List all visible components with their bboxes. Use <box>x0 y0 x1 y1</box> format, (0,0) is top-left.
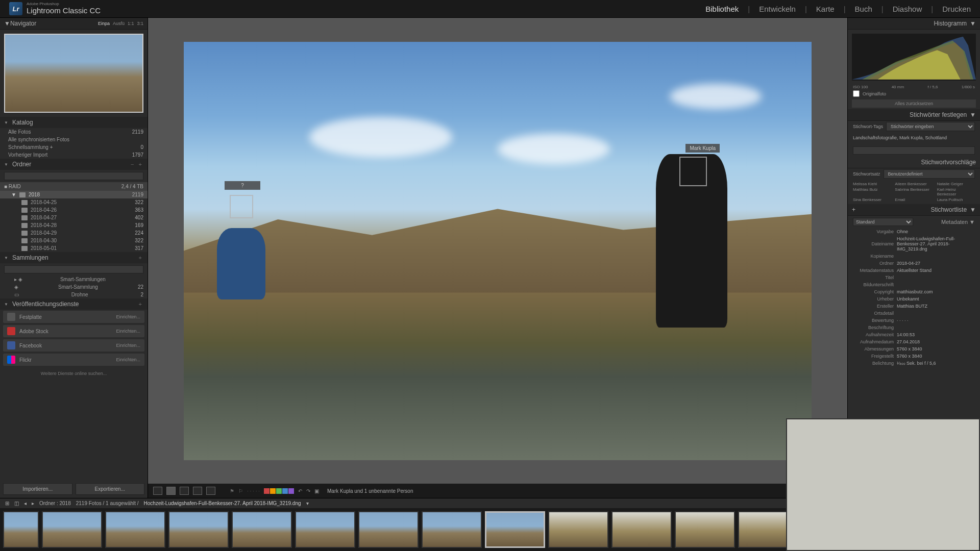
filmstrip-thumb[interactable] <box>422 511 482 548</box>
metadata-row[interactable]: Copyrightmatthiasbutz.com <box>848 288 980 295</box>
folder-year[interactable]: ▼20182119 <box>0 191 148 198</box>
filmstrip-thumb[interactable] <box>675 511 735 548</box>
import-button[interactable]: Importieren... <box>3 483 72 495</box>
color-blue[interactable] <box>282 488 288 494</box>
zoom-3-1[interactable]: 3:1 <box>137 21 143 26</box>
filmstrip-thumb[interactable] <box>3 511 39 548</box>
face-label-named[interactable]: Mark Kupla <box>685 144 720 153</box>
filmstrip-thumb[interactable] <box>105 511 165 548</box>
folder-volume[interactable]: ■ RAID2,4 / 4 TB <box>0 182 148 191</box>
navigator-thumbnail[interactable] <box>4 34 143 113</box>
rating-stars[interactable]: · · · · · <box>247 488 260 494</box>
publish-adobestock[interactable]: Adobe StockEinrichten... <box>3 325 144 337</box>
zoom-1-1[interactable]: 1:1 <box>128 21 134 26</box>
catalog-synced[interactable]: Alle synchronisierten Fotos <box>0 136 148 143</box>
metadata-row[interactable]: DateinameHochzeit-Ludwigshafen-Full-Benk… <box>848 235 980 253</box>
filmstrip-thumb[interactable] <box>611 511 672 548</box>
color-red[interactable] <box>264 488 270 494</box>
keyword-set-select[interactable]: Benutzerdefiniert <box>884 169 975 179</box>
face-label-unnamed[interactable]: ? <box>225 181 260 190</box>
nav-book[interactable]: Buch <box>855 5 872 13</box>
collection-search[interactable] <box>4 265 143 273</box>
rotate-left-icon[interactable]: ↶ <box>298 488 302 494</box>
metadata-row[interactable]: Bewertung· · · · · <box>848 317 980 324</box>
publish-more[interactable]: Weitere Dienste online suchen... <box>0 367 148 380</box>
filmstrip-thumb[interactable] <box>232 511 292 548</box>
filmstrip-thumb-selected[interactable] <box>485 511 545 548</box>
catalog-header[interactable]: ▼Katalog <box>0 117 148 128</box>
color-green[interactable] <box>276 488 282 494</box>
metadata-row[interactable]: ErstellerMatthias BUTZ <box>848 303 980 310</box>
metadata-row[interactable]: MetadatenstatusAktuellster Stand <box>848 267 980 274</box>
metadata-row[interactable]: Beschriftung <box>848 324 980 331</box>
suggestion[interactable]: Aileen Benkesser <box>895 182 933 186</box>
filmstrip-thumb[interactable] <box>295 511 355 548</box>
folder-item[interactable]: 2018-04-29224 <box>0 229 148 237</box>
collection-item[interactable]: ▭ Drohne2 <box>0 291 148 298</box>
metadata-row[interactable]: Ortsdetail <box>848 310 980 317</box>
loupe-view-icon[interactable] <box>166 487 176 495</box>
histogram-title[interactable]: Histogramm <box>934 20 967 27</box>
publish-header[interactable]: ▼Veröffentlichungsdienste + <box>0 298 148 310</box>
keywordlist-title[interactable]: Stichwortliste <box>930 206 967 213</box>
suggestion[interactable]: Email <box>895 197 933 202</box>
survey-view-icon[interactable] <box>193 487 202 495</box>
catalog-prev-import[interactable]: Vorheriger Import1797 <box>0 151 148 159</box>
image-viewer[interactable]: ? Mark Kupla <box>148 18 847 484</box>
flag-pick-icon[interactable]: ⚑ <box>230 488 234 494</box>
suggestion[interactable]: Matthias Butz <box>853 187 891 196</box>
nav-map[interactable]: Karte <box>816 5 835 13</box>
collection-item[interactable]: ◈ Smart-Sammlung22 <box>0 283 148 291</box>
keyword-mode-select[interactable]: Stichwörter eingeben <box>886 122 975 131</box>
keywords-title[interactable]: Stichwörter festlegen <box>910 111 967 118</box>
filmstrip-thumb[interactable] <box>548 511 608 548</box>
meta-standard[interactable]: Standard <box>853 218 913 226</box>
metadata-row[interactable]: Bildunterschrift <box>848 281 980 288</box>
metadata-title[interactable]: Metadaten <box>941 219 968 225</box>
export-button[interactable]: Exportieren... <box>76 483 145 495</box>
suggestion[interactable]: Sina Benkesser <box>853 197 891 202</box>
publish-facebook[interactable]: FacebookEinrichten... <box>3 339 144 352</box>
suggestion[interactable]: Melissa Kiehl <box>853 182 891 186</box>
nav-print[interactable]: Drucken <box>942 5 971 13</box>
keyword-input[interactable] <box>853 146 975 155</box>
color-purple[interactable] <box>288 488 294 494</box>
metadata-row[interactable]: VorgabeOhne <box>848 228 980 235</box>
metadata-row[interactable]: Ordner2018-04-27 <box>848 260 980 267</box>
view-grid-icon[interactable]: ⊞ <box>5 500 9 506</box>
collections-header[interactable]: ▼Sammlungen + <box>0 252 148 263</box>
navigator-title[interactable]: Navigator <box>10 20 36 27</box>
folder-item[interactable]: 2018-04-27402 <box>0 214 148 221</box>
metadata-row[interactable]: Abmessungen5760 x 3840 <box>848 345 980 353</box>
reset-all-button[interactable]: Alles zurücksetzen <box>852 99 976 108</box>
face-region-named[interactable] <box>679 157 707 186</box>
flag-reject-icon[interactable]: ⚐ <box>238 488 243 494</box>
folder-item[interactable]: 2018-04-25322 <box>0 198 148 206</box>
folder-item[interactable]: 2018-04-30322 <box>0 237 148 244</box>
rotate-right-icon[interactable]: ↷ <box>306 488 310 494</box>
catalog-all-photos[interactable]: Alle Fotos2119 <box>0 128 148 136</box>
folder-item[interactable]: 2018-04-26363 <box>0 206 148 214</box>
publish-disk[interactable]: FestplatteEinrichten... <box>3 311 144 323</box>
folder-item[interactable]: 2018-05-01317 <box>0 244 148 252</box>
metadata-row[interactable]: Kopiename <box>848 253 980 260</box>
original-checkbox[interactable] <box>853 90 860 97</box>
collection-item[interactable]: ▸ ◈ Smart-Sammlungen <box>0 276 148 283</box>
face-region-unnamed[interactable] <box>230 195 253 218</box>
folders-header[interactable]: ▼Ordner − + <box>0 159 148 170</box>
compare-view-icon[interactable] <box>180 487 189 495</box>
view-split-icon[interactable]: ◫ <box>14 500 19 506</box>
metadata-row[interactable]: UrheberUnbekannt <box>848 295 980 303</box>
publish-flickr[interactable]: FlickrEinrichten... <box>3 354 144 366</box>
grid-view-icon[interactable] <box>153 487 162 495</box>
nav-develop[interactable]: Entwickeln <box>759 5 796 13</box>
metadata-row[interactable]: Aufnahmezeit14:00:53 <box>848 331 980 338</box>
zoom-fill[interactable]: Ausfü <box>113 21 125 26</box>
prev-icon[interactable]: ◂ <box>24 500 27 506</box>
catalog-quick[interactable]: Schnellsammlung +0 <box>0 143 148 151</box>
nav-slideshow[interactable]: Diashow <box>893 5 922 13</box>
color-yellow[interactable] <box>270 488 276 494</box>
filmstrip-thumb[interactable] <box>42 511 102 548</box>
nav-library[interactable]: Bibliothek <box>705 5 739 13</box>
face-tag-icon[interactable]: ▣ <box>314 488 319 494</box>
